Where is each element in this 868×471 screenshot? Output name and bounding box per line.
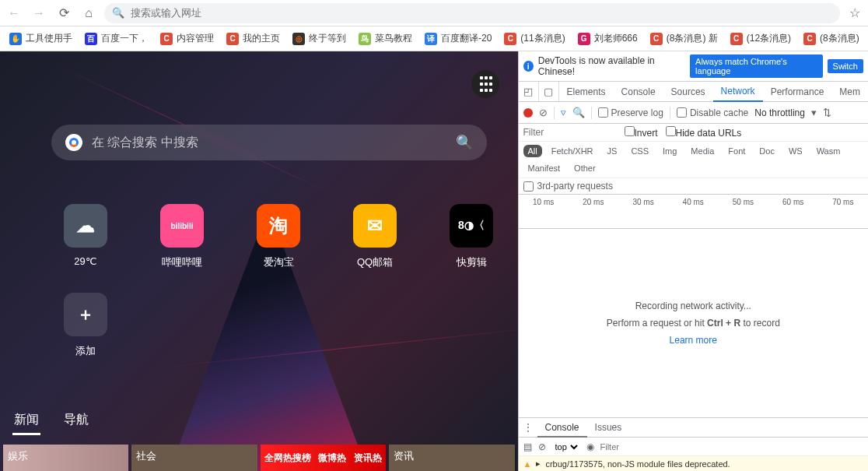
- bookmark-item[interactable]: C(8条消息): [799, 30, 864, 47]
- throttling-caret-icon[interactable]: ▾: [811, 107, 817, 118]
- type-filter-chip[interactable]: JS: [603, 145, 622, 157]
- bookmark-label: (11条消息): [520, 32, 565, 45]
- add-tile[interactable]: ＋ 添加: [61, 293, 110, 358]
- switch-language-button[interactable]: Switch: [828, 59, 863, 73]
- bookmark-favicon: C: [730, 33, 743, 45]
- bookmark-favicon: C: [504, 33, 516, 45]
- bookmark-item[interactable]: ✋工具使用手: [5, 30, 77, 47]
- type-filter-chip[interactable]: WS: [784, 145, 807, 157]
- record-button[interactable]: [523, 108, 533, 118]
- network-filter-input[interactable]: [523, 127, 617, 138]
- thirdparty-checkbox[interactable]: 3rd-party requests: [519, 178, 868, 195]
- devtools-tab[interactable]: Network: [713, 83, 763, 102]
- bookmark-item[interactable]: C(12条消息): [726, 30, 796, 47]
- resource-type-filters: AllFetch/XHRJSCSSImgMediaFontDocWSWasmMa…: [519, 142, 868, 178]
- clear-console-icon[interactable]: ⊘: [538, 441, 546, 452]
- bookmark-item[interactable]: C(8条消息) 新: [646, 30, 723, 47]
- url-input[interactable]: [131, 7, 832, 19]
- home-button[interactable]: ⌂: [79, 4, 98, 23]
- address-bar[interactable]: 🔍: [104, 3, 840, 23]
- search-placeholder: 在 综合搜索 中搜索: [92, 135, 446, 151]
- drawer-tab[interactable]: Issues: [587, 418, 630, 437]
- bookmark-label: 工具使用手: [26, 32, 72, 45]
- apps-grid-button[interactable]: [471, 70, 499, 98]
- reload-button[interactable]: ⟳: [54, 4, 73, 23]
- type-filter-chip[interactable]: Doc: [754, 145, 779, 157]
- disable-cache-checkbox[interactable]: Disable cache: [677, 107, 748, 118]
- add-label: 添加: [75, 344, 96, 358]
- bookmark-label: 百度一下，: [101, 32, 148, 45]
- drawer-tab[interactable]: Console: [537, 419, 587, 438]
- bookmark-favicon: C: [803, 33, 816, 45]
- type-filter-chip[interactable]: Manifest: [523, 162, 565, 174]
- speed-dial-tile[interactable]: bilibili哔哩哔哩: [157, 204, 207, 269]
- bookmark-label: (8条消息): [820, 32, 859, 45]
- bookmark-label: 刘老师666: [594, 32, 638, 45]
- devtools-tab[interactable]: Console: [614, 82, 663, 101]
- page-nav-tab[interactable]: 导航: [62, 407, 90, 435]
- tile-icon: 8◑〈: [450, 204, 493, 248]
- bookmark-favicon: G: [578, 33, 590, 45]
- bookmark-star-icon[interactable]: ☆: [846, 5, 863, 20]
- feed-card[interactable]: 社会: [131, 445, 257, 471]
- drawer-menu-icon[interactable]: ⋮: [519, 422, 537, 433]
- console-filter-input[interactable]: [600, 442, 863, 452]
- recording-label: Recording network activity...: [635, 301, 751, 311]
- type-filter-chip[interactable]: Media: [686, 145, 719, 157]
- eye-icon[interactable]: ◉: [586, 441, 594, 452]
- speed-dial-tile[interactable]: ✉QQ邮箱: [350, 204, 400, 269]
- bookmark-item[interactable]: ◎终于等到: [288, 30, 351, 47]
- invert-checkbox[interactable]: Invert: [625, 126, 658, 139]
- clear-button[interactable]: ⊘: [539, 107, 548, 118]
- page-search-box[interactable]: 在 综合搜索 中搜索 🔍: [51, 125, 487, 160]
- bookmark-item[interactable]: 鸟菜鸟教程: [354, 30, 417, 47]
- filter-icon[interactable]: ▿: [561, 107, 566, 118]
- tile-label: 快剪辑: [457, 255, 487, 269]
- back-button[interactable]: ←: [5, 4, 23, 23]
- type-filter-chip[interactable]: Font: [723, 145, 750, 157]
- speed-dial-tile[interactable]: ☁29℃: [61, 204, 110, 269]
- hot-item: 微博热: [318, 452, 346, 465]
- forward-button[interactable]: →: [30, 4, 48, 23]
- match-language-button[interactable]: Always match Chrome's language: [690, 54, 823, 78]
- preserve-log-checkbox[interactable]: Preserve log: [598, 107, 663, 118]
- type-filter-chip[interactable]: Fetch/XHR: [547, 145, 598, 157]
- warning-icon: ▲: [523, 459, 532, 469]
- type-filter-chip[interactable]: CSS: [626, 145, 653, 157]
- timeline-tick: 30 ms: [632, 198, 653, 206]
- network-timeline: 10 ms20 ms30 ms40 ms50 ms60 ms70 ms: [519, 195, 868, 229]
- bookmark-item[interactable]: G刘老师666: [573, 30, 642, 47]
- page-nav-tab[interactable]: 新闻: [12, 407, 40, 435]
- search-icon[interactable]: 🔍: [572, 107, 585, 118]
- bookmark-item[interactable]: 百百度一下，: [80, 30, 152, 47]
- devtools-tab[interactable]: Performance: [763, 82, 832, 101]
- bookmark-item[interactable]: C内容管理: [156, 30, 219, 47]
- expand-icon[interactable]: ▸: [536, 459, 541, 469]
- feed-card-label: 资讯: [394, 449, 414, 463]
- network-conditions-icon[interactable]: ⇅: [823, 107, 831, 118]
- tile-icon: ☁: [64, 204, 107, 248]
- type-filter-chip[interactable]: All: [523, 145, 542, 157]
- console-sidebar-icon[interactable]: ▤: [523, 441, 532, 452]
- type-filter-chip[interactable]: Other: [569, 162, 600, 174]
- speed-dial-tile[interactable]: 淘爱淘宝: [254, 204, 303, 269]
- hot-ranking-card[interactable]: 全网热搜榜微博热资讯热: [261, 445, 386, 471]
- learn-more-link[interactable]: Learn more: [670, 335, 717, 346]
- bookmark-item[interactable]: 译百度翻译-20: [420, 30, 496, 47]
- bookmark-item[interactable]: C(11条消息): [499, 30, 569, 47]
- inspect-icon[interactable]: ◰: [519, 82, 539, 101]
- bookmark-item[interactable]: C我的主页: [222, 30, 285, 47]
- feed-card[interactable]: 资讯: [389, 445, 514, 471]
- context-select[interactable]: top: [552, 441, 580, 452]
- type-filter-chip[interactable]: Img: [658, 145, 681, 157]
- hide-dataurl-checkbox[interactable]: Hide data URLs: [666, 126, 742, 139]
- type-filter-chip[interactable]: Wasm: [812, 145, 845, 157]
- devtools-tab[interactable]: Elements: [559, 82, 614, 101]
- speed-dial-tile[interactable]: 8◑〈快剪辑: [446, 204, 496, 269]
- devtools-tab[interactable]: Mem: [831, 82, 868, 101]
- device-toggle-icon[interactable]: ▢: [539, 82, 559, 101]
- devtools-tab[interactable]: Sources: [663, 82, 713, 101]
- throttling-select[interactable]: No throttling: [754, 107, 805, 118]
- search-submit-icon[interactable]: 🔍: [456, 134, 473, 151]
- feed-card[interactable]: 娱乐: [3, 445, 128, 471]
